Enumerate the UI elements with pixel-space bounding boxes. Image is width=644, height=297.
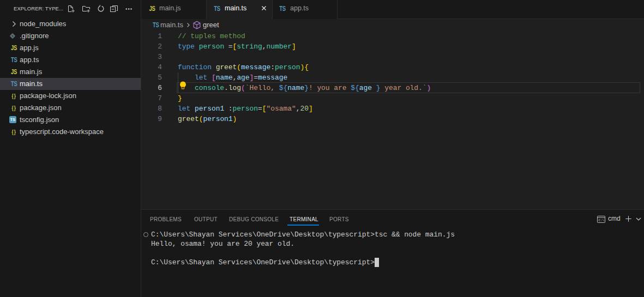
svg-text:C:\: C:\ xyxy=(598,219,604,222)
